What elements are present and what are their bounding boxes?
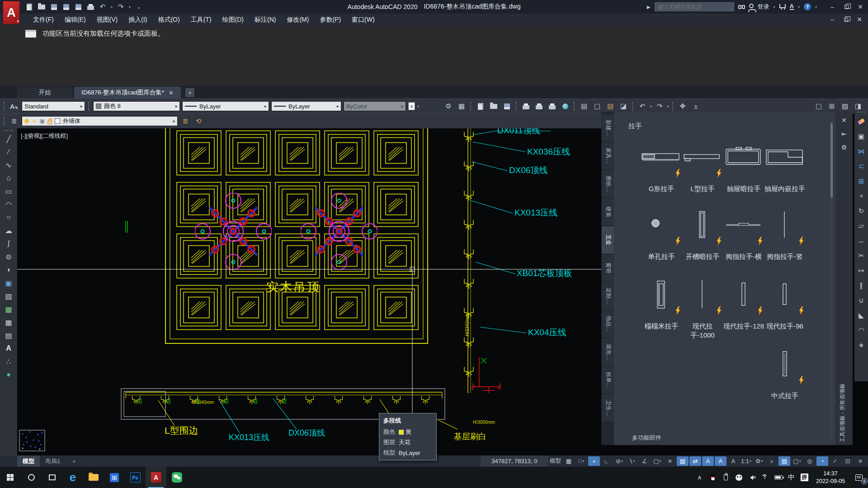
tab-drawing[interactable]: ID6876-整木吊顶cad图库合集* ✕ [74, 87, 181, 99]
graphics-performance-icon[interactable]: ◔ [816, 456, 828, 466]
palette-tab-sanitary[interactable]: 卫生… [602, 394, 614, 422]
mirror-icon[interactable]: ⋈ [855, 144, 867, 158]
autodesk-account-icon[interactable]: A [790, 4, 794, 10]
sheet-set-icon[interactable]: ▢ [813, 101, 824, 112]
ime-mode-indicator[interactable]: 拼 [798, 467, 811, 488]
ellipse-arc-icon[interactable]: ◖ [2, 263, 15, 276]
palette-item[interactable]: 拇指拉手-竖 [764, 209, 806, 261]
menu-insert[interactable]: 插入(I) [123, 14, 152, 25]
tray-expand-icon[interactable]: ∧ [693, 467, 706, 488]
signin-dropdown-icon[interactable]: ▾ [774, 5, 775, 9]
close-button[interactable]: ✕ [855, 2, 865, 12]
cortana-search-button[interactable] [21, 467, 42, 488]
palette-item[interactable]: L型拉手 [682, 141, 723, 193]
palette-tab-curtains[interactable]: 窗帘 [602, 254, 614, 282]
gradient-icon[interactable]: ▩ [2, 303, 15, 315]
wifi-icon[interactable] [759, 467, 772, 488]
copy-icon[interactable]: ▣ [855, 129, 867, 143]
tab-start[interactable]: 开始 [17, 87, 72, 99]
lock-ui-icon[interactable]: ▢▾ [791, 456, 803, 466]
menu-draw[interactable]: 绘图(D) [217, 14, 249, 25]
annotation-monitor-icon[interactable]: ＋ [766, 456, 778, 466]
toolbar-close-icon[interactable]: x [408, 102, 415, 110]
toolbar-grip[interactable] [4, 102, 5, 111]
toolbar-grip[interactable] [515, 102, 517, 111]
explode-icon[interactable]: ∗ [855, 338, 867, 352]
palette-item[interactable]: 抽屉内嵌拉手 [764, 141, 806, 193]
fillet-icon[interactable]: ◠ [855, 323, 867, 337]
model-space-toggle[interactable]: 模型 [549, 456, 562, 466]
palette-tab-fill[interactable]: 填充… [602, 338, 614, 366]
erase-icon[interactable] [855, 114, 867, 128]
menu-tools[interactable]: 工具(T) [186, 14, 217, 25]
autocad-logo-menu[interactable]: A▾ [3, 1, 20, 24]
customization-icon[interactable]: ≡ [854, 456, 866, 466]
file-explorer-icon[interactable] [83, 467, 104, 488]
rotate-icon[interactable]: ↻ [855, 204, 867, 218]
construction-line-icon[interactable]: ∕ [2, 145, 15, 158]
edge-icon[interactable]: e [62, 467, 83, 488]
office-app-icon[interactable]: ⊞ [104, 467, 125, 488]
text-style-combo[interactable]: Standard▾ [22, 101, 85, 111]
ortho-mode-icon[interactable]: ∟ [601, 456, 613, 466]
make-block-icon[interactable]: ● [2, 368, 15, 381]
pan-icon[interactable]: ✥ [677, 101, 688, 112]
layer-unlock-icon[interactable] [47, 121, 52, 124]
workspace-switching-icon[interactable]: ⚙▾ [753, 456, 765, 466]
polar-tracking-icon[interactable]: ⊘▾ [613, 456, 625, 466]
palette-tab-new[interactable]: 新建… [602, 114, 614, 141]
palette-close-icon[interactable]: ✕ [835, 115, 853, 126]
linetype-combo[interactable]: ByLayer▾ [182, 101, 269, 111]
polygon-icon[interactable]: ⌂ [2, 172, 15, 184]
palette-item[interactable]: 中式拉手 [764, 348, 806, 400]
taskbar-clock[interactable]: 14:37 2022-09-05 [811, 470, 850, 485]
snap-mode-icon[interactable]: ∷▾ [576, 456, 587, 466]
app-store-cart-icon[interactable] [779, 4, 786, 8]
annotation-visibility-icon[interactable]: A [702, 456, 714, 466]
palette-item[interactable]: G形拉手 [641, 141, 682, 193]
layout1-tab[interactable]: 布局1 [40, 455, 66, 467]
flyout-caret-icon[interactable]: ▾ [417, 104, 419, 108]
layer-previous-icon[interactable]: ⟲ [193, 116, 204, 127]
attach-reference-icon[interactable]: ▦ [456, 101, 467, 112]
photoshop-icon[interactable]: Ps [125, 467, 146, 488]
region-icon[interactable]: ▦ [2, 316, 15, 328]
toolbar-grip[interactable] [470, 102, 472, 111]
palette-item[interactable]: 现代拉手-1000 [682, 278, 723, 339]
model-tab[interactable]: 模型 [17, 455, 40, 467]
match-properties-icon[interactable]: ◪ [618, 101, 629, 112]
menu-window[interactable]: 窗口(W) [347, 14, 380, 25]
menu-dimension[interactable]: 标注(N) [250, 14, 281, 25]
menu-edit[interactable]: 编辑(E) [60, 14, 91, 25]
tab-close-icon[interactable]: ✕ [169, 89, 174, 96]
palette-scrollbar[interactable] [830, 117, 833, 440]
clean-screen-icon[interactable]: ⊡ [842, 456, 854, 466]
selection-cycling-icon[interactable]: ⇄ [689, 456, 701, 466]
grid-display-icon[interactable]: ▦ [563, 456, 575, 466]
save-drawing-icon[interactable] [501, 101, 512, 112]
palette-tab-hardware[interactable]: 五金 [602, 226, 614, 253]
object-snap-settings-icon[interactable]: ▢▾ [651, 456, 663, 466]
menu-parametric[interactable]: 参数(P) [315, 14, 346, 25]
publish-web-icon[interactable] [560, 101, 571, 112]
ime-language-indicator[interactable]: 中 [785, 467, 798, 488]
plot-preview-icon[interactable] [533, 101, 544, 112]
multiline-text-icon[interactable]: A [2, 342, 15, 355]
search-input[interactable] [655, 2, 734, 11]
toolbar-grip[interactable] [88, 102, 90, 111]
annotation-scale-icon[interactable]: A [727, 456, 739, 466]
viewport-scale-button[interactable]: 1:1▾ [740, 456, 752, 466]
point-icon[interactable]: ∴ [2, 355, 15, 368]
copy-clip-icon[interactable]: ▢ [592, 101, 603, 112]
redo-dropdown-icon[interactable]: ▾ [667, 104, 669, 108]
toolbar-grip[interactable] [672, 102, 674, 111]
menu-format[interactable]: 格式(O) [153, 14, 184, 25]
toolbar-grip[interactable] [857, 112, 866, 113]
autocad-taskbar-icon[interactable]: A [146, 467, 166, 488]
start-button[interactable] [0, 467, 21, 488]
extend-icon[interactable]: ↦ [855, 263, 867, 277]
maximize-button[interactable] [841, 2, 851, 12]
palette-tab-hardscape[interactable]: 硬装 [602, 198, 614, 225]
volume-muted-icon[interactable]: ✕ [745, 467, 759, 488]
zoom-icon[interactable]: ± [690, 101, 701, 112]
